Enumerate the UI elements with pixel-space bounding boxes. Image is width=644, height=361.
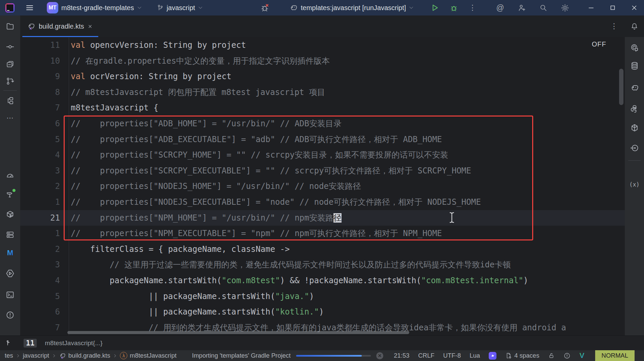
code-line[interactable]: 5 || packageName.startsWith("java.") bbox=[20, 289, 625, 304]
line-number: 11 bbox=[20, 37, 69, 53]
vcs-branch-widget[interactable]: javascript bbox=[157, 4, 203, 12]
m8test-tool-button[interactable]: M bbox=[7, 249, 13, 257]
line-number: 3 bbox=[20, 257, 69, 273]
sticky-scope-line[interactable]: 11 m8testJavascript{...} bbox=[0, 335, 644, 351]
line-number: 2 bbox=[20, 178, 69, 194]
code-line[interactable]: 8// m8testJavascript 闭包用于配置 m8test javas… bbox=[20, 85, 625, 100]
code-line[interactable]: 6// properties["ADB_HOME"] = "/usr/bin/"… bbox=[20, 116, 625, 132]
run-configuration-widget[interactable]: templates:javascript [runJavascript] bbox=[289, 3, 414, 12]
python-packages-tool-button[interactable] bbox=[6, 210, 15, 219]
close-button[interactable] bbox=[629, 3, 639, 13]
code-text: // properties["NPM_EXECUTABLE"] = "npm" … bbox=[71, 226, 442, 241]
project-widget[interactable]: MT m8test-gradle-templates bbox=[47, 2, 142, 13]
run-button[interactable] bbox=[430, 3, 440, 13]
run-tool-button[interactable] bbox=[5, 269, 15, 278]
git-branch-icon bbox=[157, 4, 164, 11]
settings-button[interactable] bbox=[560, 3, 570, 13]
breadcrumb-item[interactable]: javascript bbox=[23, 352, 49, 359]
code-line[interactable]: 7m8testJavascript { bbox=[20, 100, 625, 116]
maximize-button[interactable] bbox=[608, 3, 618, 13]
editor-tab-build-gradle-kts[interactable]: K build.gradle.kts bbox=[22, 15, 99, 37]
code-line[interactable]: 21// properties["NPM_HOME"] = "/usr/bin/… bbox=[20, 210, 625, 226]
gradle-kts-file-icon: K bbox=[59, 352, 66, 359]
terminal-tool-button[interactable] bbox=[6, 290, 15, 299]
ai-assistant-tool-button[interactable] bbox=[630, 43, 639, 52]
plugin-knot-tool-button[interactable] bbox=[630, 123, 639, 132]
editor-more-options-icon[interactable]: ⋮ bbox=[610, 22, 618, 31]
code-text: // 这里用于过滤一些需要使用的类，避免生成代码提示文件时间过长以及防止过多的代… bbox=[71, 257, 511, 273]
plugin-status-icon[interactable] bbox=[489, 352, 496, 360]
code-text: // properties["NODEJS_HOME"] = "/usr/bin… bbox=[71, 178, 361, 194]
minimize-button[interactable] bbox=[586, 3, 596, 13]
cancel-progress-button[interactable]: ✕ bbox=[376, 352, 383, 359]
gradle-tool-button[interactable] bbox=[630, 84, 639, 93]
chevron-down-icon bbox=[198, 6, 203, 9]
lock-open-icon[interactable] bbox=[548, 352, 555, 359]
code-line[interactable]: 2// properties["NODEJS_HOME"] = "/usr/bi… bbox=[20, 178, 625, 194]
code-line[interactable]: 4// properties["SCRCPY_HOME"] = "" // sc… bbox=[20, 147, 625, 163]
pull-requests-tool-button[interactable] bbox=[6, 77, 14, 86]
vim-mode-badge: NORMAL bbox=[595, 350, 635, 361]
language-widget[interactable]: Lua bbox=[470, 352, 480, 359]
project-tool-window-button[interactable] bbox=[0, 15, 20, 37]
code-with-me-button[interactable] bbox=[517, 3, 527, 13]
code-line[interactable]: 10// 在gradle.properties中定义的变量，用于指定文字识别插件… bbox=[20, 53, 625, 69]
services-tool-button[interactable] bbox=[6, 230, 14, 239]
database-tool-button[interactable] bbox=[630, 61, 639, 70]
build-tool-button[interactable] bbox=[6, 190, 14, 199]
project-name: m8test-gradle-templates bbox=[61, 4, 134, 12]
code-line[interactable]: 1// properties["NPM_EXECUTABLE"] = "npm"… bbox=[20, 226, 625, 241]
code-editor[interactable]: 11val opencvVersion: String by project10… bbox=[20, 37, 625, 335]
chevron-right-icon bbox=[113, 354, 117, 358]
close-tab-icon[interactable] bbox=[88, 24, 93, 29]
ideavim-icon[interactable]: V bbox=[579, 351, 584, 360]
line-number: 5 bbox=[20, 289, 69, 304]
line-number: 1 bbox=[20, 226, 69, 241]
title-bar: MT m8test-gradle-templates javascript bbox=[0, 0, 644, 15]
python-console-tool-button[interactable] bbox=[630, 104, 639, 113]
code-line[interactable]: 5// properties["ADB_EXECUTABLE"] = "adb"… bbox=[20, 132, 625, 147]
debug-button[interactable] bbox=[449, 3, 459, 13]
encoding-widget[interactable]: UTF-8 bbox=[443, 352, 461, 359]
ai-assistant-icon[interactable]: @ bbox=[495, 3, 505, 13]
indent-widget[interactable]: 4 spaces bbox=[505, 352, 539, 359]
caret-position-widget[interactable]: 21:53 bbox=[394, 352, 409, 359]
structure-tool-button[interactable] bbox=[6, 96, 14, 105]
variables-tool-button[interactable]: (x) bbox=[629, 181, 640, 188]
problems-tool-button[interactable] bbox=[6, 310, 15, 320]
code-line[interactable]: 11val opencvVersion: String by project bbox=[20, 37, 625, 53]
code-line[interactable]: 1// properties["NODEJS_EXECUTABLE"] = "n… bbox=[20, 194, 625, 210]
more-tool-windows-button[interactable]: … bbox=[6, 112, 14, 121]
breadcrumb-item[interactable]: K build.gradle.kts bbox=[59, 352, 110, 359]
code-line[interactable]: 3 // 这里用于过滤一些需要使用的类，避免生成代码提示文件时间过长以及防止过多… bbox=[20, 257, 625, 273]
vertical-scrollbar-thumb[interactable] bbox=[619, 69, 623, 105]
code-line[interactable]: 3// properties["SCRCPY_EXECUTABLE"] = ""… bbox=[20, 163, 625, 179]
commit-tool-button[interactable] bbox=[6, 42, 14, 51]
code-line[interactable]: 4 packageName.startsWith("com.m8test") &… bbox=[20, 273, 625, 289]
mute-breakpoints-icon[interactable] bbox=[260, 3, 270, 13]
stripe-divider bbox=[628, 160, 641, 161]
inspections-icon[interactable] bbox=[564, 352, 571, 359]
line-separator-widget[interactable]: CRLF bbox=[418, 352, 434, 359]
breadcrumb-item[interactable]: λ m8testJavascript bbox=[120, 352, 176, 359]
chevron-right-icon bbox=[52, 354, 56, 358]
search-everywhere-button[interactable] bbox=[538, 3, 548, 13]
left-tool-window-stripe: … M bbox=[0, 37, 20, 335]
sticky-scope-label: m8testJavascript{...} bbox=[45, 339, 102, 347]
code-text: // properties["ADB_EXECUTABLE"] = "adb" … bbox=[71, 132, 442, 147]
breadcrumb-item[interactable]: tes bbox=[5, 352, 13, 359]
horizontal-scrollbar-thumb[interactable] bbox=[67, 331, 409, 334]
profiler-tool-button[interactable] bbox=[6, 171, 14, 180]
more-actions-button[interactable]: ⋮ bbox=[468, 3, 478, 13]
code-line[interactable]: 2 filterClass = { packageName, className… bbox=[20, 241, 625, 257]
notifications-bell-icon[interactable] bbox=[630, 22, 639, 31]
code-line[interactable]: 6 || packageName.startsWith("kotlin.") bbox=[20, 304, 625, 320]
code-line[interactable]: 9val ocrVersion: String by project bbox=[20, 69, 625, 85]
editor-tabs-tool-button[interactable] bbox=[6, 60, 14, 69]
line-number: 8 bbox=[20, 85, 69, 100]
tab-label: build.gradle.kts bbox=[39, 23, 84, 30]
mouse-ibeam-cursor bbox=[449, 212, 455, 223]
code-text: // properties["SCRCPY_EXECUTABLE"] = "" … bbox=[71, 163, 471, 179]
main-menu-button[interactable] bbox=[25, 3, 35, 13]
resume-tool-button[interactable] bbox=[630, 143, 639, 153]
